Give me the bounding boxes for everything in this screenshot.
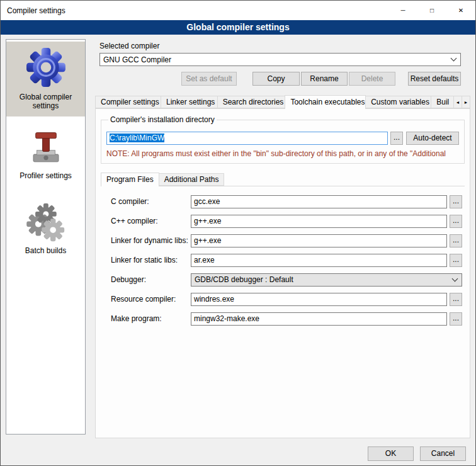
set-as-default-button: Set as default — [181, 72, 237, 86]
installation-directory-title: Compiler's installation directory — [108, 115, 217, 124]
tab-custom-variables[interactable]: Custom variables — [365, 96, 431, 108]
maximize-icon: □ — [430, 7, 434, 14]
ok-button[interactable]: OK — [368, 446, 414, 461]
dynamic-linker-input[interactable]: g++.exe — [191, 234, 447, 247]
field-row-debugger: Debugger: GDB/CDB debugger : Default — [111, 273, 462, 287]
field-label: Debugger: — [111, 275, 191, 284]
browse-static-linker-button[interactable]: ... — [450, 254, 462, 267]
toolchain-executables-panel: Compiler's installation directory C:\ray… — [95, 108, 470, 438]
tab-scroll-left-icon[interactable]: ◄ — [453, 96, 462, 108]
copy-button[interactable]: Copy — [252, 72, 300, 86]
browse-resource-compiler-button[interactable]: ... — [450, 293, 462, 306]
field-row-resource-compiler: Resource compiler: windres.exe ... — [111, 292, 462, 306]
browse-c-compiler-button[interactable]: ... — [450, 195, 462, 208]
field-row-cpp-compiler: C++ compiler: g++.exe ... — [111, 214, 462, 228]
global-compiler-settings-pane: Selected compiler GNU GCC Compiler Set a… — [95, 42, 470, 438]
c-compiler-input[interactable]: gcc.exe — [191, 195, 447, 208]
field-label: Make program: — [111, 314, 191, 323]
selected-compiler-value: GNU GCC Compiler — [100, 55, 446, 64]
chevron-down-icon — [446, 59, 460, 60]
chevron-down-icon — [448, 279, 462, 281]
installation-directory-group: Compiler's installation directory C:\ray… — [101, 115, 465, 164]
field-row-dynamic-linker: Linker for dynamic libs: g++.exe ... — [111, 234, 462, 247]
field-row-make-program: Make program: mingw32-make.exe ... — [111, 312, 462, 326]
compiler-actions-row: Set as default Copy Rename Delete Reset … — [99, 72, 461, 86]
make-program-input[interactable]: mingw32-make.exe — [191, 312, 447, 326]
cancel-button[interactable]: Cancel — [420, 446, 466, 461]
auto-detect-button[interactable]: Auto-detect — [406, 132, 459, 145]
tab-build-options-truncated[interactable]: Buil — [431, 96, 454, 108]
program-files-tabstrip: Program Files Additional Paths — [101, 172, 465, 186]
field-row-static-linker: Linker for static libs: ar.exe ... — [111, 253, 462, 267]
field-label: C++ compiler: — [111, 217, 191, 225]
maximize-button[interactable]: □ — [417, 1, 446, 20]
field-row-c-compiler: C compiler: gcc.exe ... — [111, 195, 462, 208]
cpp-compiler-input[interactable]: g++.exe — [191, 215, 447, 228]
sidebar-item-batch-builds[interactable]: Batch builds — [6, 196, 85, 261]
profiler-tool-icon — [28, 130, 64, 167]
selected-compiler-label: Selected compiler — [99, 42, 461, 50]
selected-compiler-combo[interactable]: GNU GCC Compiler — [99, 53, 461, 66]
browse-cpp-compiler-button[interactable]: ... — [450, 215, 462, 228]
compiler-settings-window: Compiler settings ─ □ ✕ Global compiler … — [0, 0, 476, 466]
static-linker-input[interactable]: ar.exe — [191, 254, 447, 267]
debugger-value: GDB/CDB debugger : Default — [191, 275, 448, 284]
sidebar-item-label: Profiler settings — [8, 171, 83, 180]
gray-gears-icon — [26, 202, 66, 242]
titlebar: Compiler settings ─ □ ✕ — [1, 1, 475, 20]
minimize-button[interactable]: ─ — [388, 1, 417, 20]
installation-directory-row: C:\raylib\MinGW ... Auto-detect — [106, 132, 459, 145]
dialog-footer: OK Cancel — [1, 441, 475, 466]
minimize-icon: ─ — [400, 7, 405, 14]
tab-program-files[interactable]: Program Files — [101, 173, 159, 186]
delete-button: Delete — [349, 72, 395, 86]
field-label: Linker for static libs: — [111, 256, 191, 264]
browse-dynamic-linker-button[interactable]: ... — [450, 234, 462, 247]
tab-search-directories[interactable]: Search directories — [217, 96, 286, 108]
sidebar-item-global-compiler-settings[interactable]: Global compiler settings — [6, 42, 85, 116]
field-label: C compiler: — [111, 197, 191, 206]
installation-directory-input[interactable]: C:\raylib\MinGW — [106, 132, 388, 145]
field-label: Linker for dynamic libs: — [111, 236, 191, 245]
settings-tabstrip: Compiler settings Linker settings Search… — [95, 94, 470, 108]
installation-directory-value: C:\raylib\MinGW — [110, 134, 164, 142]
field-label: Resource compiler: — [111, 295, 191, 304]
browse-directory-button[interactable]: ... — [390, 132, 403, 145]
settings-category-list: Global compiler settings Profiler settin… — [6, 39, 86, 435]
tab-compiler-settings[interactable]: Compiler settings — [95, 96, 161, 108]
browse-make-program-button[interactable]: ... — [450, 312, 462, 326]
resource-compiler-input[interactable]: windres.exe — [191, 293, 447, 306]
tab-scrollers: ◄ ► — [454, 96, 470, 108]
rename-button[interactable]: Rename — [301, 72, 348, 86]
bin-subdirectory-note: NOTE: All programs must exist either in … — [106, 149, 459, 158]
close-icon: ✕ — [458, 7, 463, 14]
tab-additional-paths[interactable]: Additional Paths — [159, 173, 225, 186]
tab-linker-settings[interactable]: Linker settings — [161, 96, 218, 108]
reset-defaults-button[interactable]: Reset defaults — [408, 72, 461, 86]
debugger-combo[interactable]: GDB/CDB debugger : Default — [191, 273, 462, 287]
window-title: Compiler settings — [1, 6, 388, 15]
sidebar-item-label: Batch builds — [8, 246, 83, 255]
blue-gear-icon — [25, 47, 67, 88]
close-button[interactable]: ✕ — [446, 1, 475, 20]
dialog-header: Global compiler settings — [1, 20, 475, 35]
sidebar-item-label: Global compiler settings — [8, 93, 83, 110]
sidebar-item-profiler-settings[interactable]: Profiler settings — [6, 125, 85, 186]
tab-toolchain-executables[interactable]: Toolchain executables — [285, 95, 366, 109]
program-files-panel: C compiler: gcc.exe ... C++ compiler: g+… — [101, 186, 465, 326]
tab-scroll-right-icon[interactable]: ► — [462, 96, 470, 108]
